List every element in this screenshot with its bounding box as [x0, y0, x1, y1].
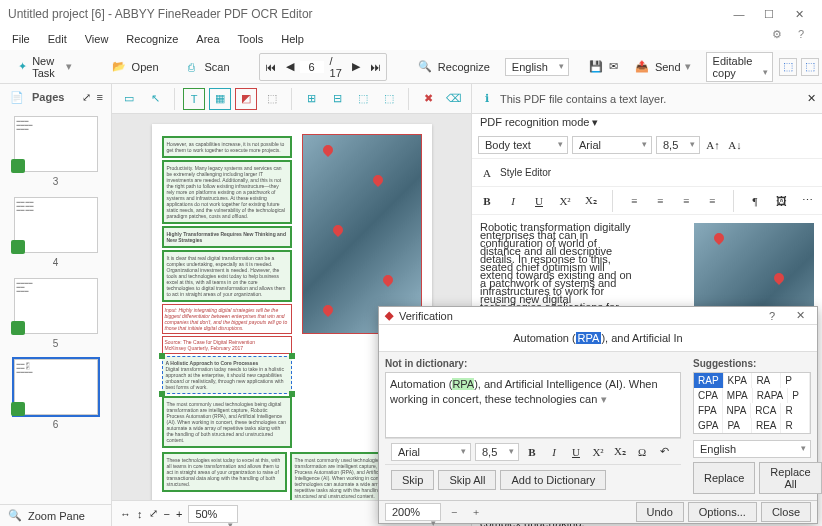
zoom-out-icon[interactable]: −	[164, 508, 170, 520]
dialog-help-icon[interactable]: ?	[761, 310, 783, 322]
split-area-icon[interactable]: ⬚	[378, 88, 400, 110]
picture-area[interactable]	[302, 134, 422, 334]
text-area[interactable]: These technologies exist today to excel …	[162, 452, 287, 492]
picture-area-tool-icon[interactable]: ◩	[235, 88, 257, 110]
subscript-button[interactable]: X₂	[611, 443, 629, 461]
bold-button[interactable]: B	[523, 443, 541, 461]
underline-button[interactable]: U	[530, 192, 548, 210]
text-area-tool-icon[interactable]: T	[183, 88, 205, 110]
close-button[interactable]: ✕	[784, 3, 814, 25]
export-icon-1[interactable]: ⬚	[779, 58, 797, 76]
zoom-select[interactable]: 50%	[188, 505, 238, 523]
page-thumb[interactable]: ▬▬▬▬▬▬▬▬▬	[14, 278, 98, 334]
menu-tools[interactable]: Tools	[230, 31, 272, 47]
style-editor-label[interactable]: Style Editor	[500, 167, 551, 178]
style-select[interactable]: Body text	[478, 136, 568, 154]
page-next-icon[interactable]: ▶	[348, 60, 364, 73]
text-area-selected[interactable]: A Holistic Approach to Core Processes Di…	[162, 356, 292, 394]
cursor-tool-icon[interactable]: ↖	[144, 88, 166, 110]
export-icon-2[interactable]: ⬚	[801, 58, 819, 76]
dialog-close-icon[interactable]: ✕	[789, 309, 811, 322]
recognize-button[interactable]: 🔍 Recognize	[407, 54, 499, 80]
page-navigator[interactable]: ⏮ ◀ / 17 ▶ ⏭	[259, 53, 387, 81]
pdf-mode-link[interactable]: PDF recognition mode	[480, 116, 589, 128]
replace-all-button[interactable]: Replace All	[759, 462, 821, 494]
pointer-tool-icon[interactable]: ▭	[118, 88, 140, 110]
zoom-in-icon[interactable]: +	[176, 508, 182, 520]
add-area-icon[interactable]: ⊞	[300, 88, 322, 110]
skip-button[interactable]: Skip	[391, 470, 434, 490]
delete-area-icon[interactable]: ✖	[417, 88, 439, 110]
menu-view[interactable]: View	[77, 31, 117, 47]
page-input[interactable]	[300, 61, 324, 73]
size-select[interactable]: 8,5	[656, 136, 700, 154]
maximize-button[interactable]: ☐	[754, 3, 784, 25]
page-last-icon[interactable]: ⏭	[366, 61, 385, 73]
text-area[interactable]: Productivity. Many legacy systems and se…	[162, 160, 292, 224]
grow-font-icon[interactable]: A↑	[704, 136, 722, 154]
table-area-tool-icon[interactable]: ▦	[209, 88, 231, 110]
mode-select[interactable]: Editable copy	[706, 52, 774, 82]
pilcrow-icon[interactable]: ¶	[746, 192, 764, 210]
style-editor-icon[interactable]: A	[478, 164, 496, 182]
help-icon[interactable]: ?	[798, 28, 814, 44]
align-center-icon[interactable]: ≡	[651, 192, 669, 210]
menu-recognize[interactable]: Recognize	[118, 31, 186, 47]
subscript-button[interactable]: X₂	[582, 192, 600, 210]
bold-button[interactable]: B	[478, 192, 496, 210]
text-area[interactable]: It is clear that real digital transforma…	[162, 250, 292, 302]
menu-edit[interactable]: Edit	[40, 31, 75, 47]
send-button[interactable]: 📤 Send ▾	[624, 54, 700, 80]
new-task-button[interactable]: ✦ New Task ▾	[8, 51, 81, 83]
close-panel-icon[interactable]: ✕	[807, 92, 816, 105]
page-first-icon[interactable]: ⏮	[261, 61, 280, 73]
underline-button[interactable]: U	[567, 443, 585, 461]
undo-format-icon[interactable]: ↶	[655, 443, 673, 461]
page-thumb[interactable]: ▬▬ ◩▬▬ ◩▬▬▬▬	[14, 359, 98, 415]
order-area-icon[interactable]: ⬚	[352, 88, 374, 110]
panel-menu-icon[interactable]: ≡	[97, 91, 103, 103]
menu-file[interactable]: File	[4, 31, 38, 47]
minimize-button[interactable]: —	[724, 3, 754, 25]
align-left-icon[interactable]: ≡	[625, 192, 643, 210]
omega-button[interactable]: Ω	[633, 443, 651, 461]
remove-area-icon[interactable]: ⊟	[326, 88, 348, 110]
scan-button[interactable]: ⎙ Scan	[174, 54, 239, 80]
align-right-icon[interactable]: ≡	[677, 192, 695, 210]
undo-button[interactable]: Undo	[636, 502, 684, 522]
replace-button[interactable]: Replace	[693, 462, 755, 494]
save-icon[interactable]: 💾	[589, 58, 603, 76]
fit-height-icon[interactable]: ↕	[137, 508, 143, 520]
language-select[interactable]: English	[505, 58, 569, 76]
verif-lang-select[interactable]: English	[693, 440, 811, 458]
add-to-dictionary-button[interactable]: Add to Dictionary	[500, 470, 606, 490]
expand-icon[interactable]: ⤢	[82, 91, 91, 104]
thumbnail-list[interactable]: ▬▬▬▬▬▬▬▬▬▬ 3 ▬▬ ▬▬▬▬ ▬▬▬▬ ▬▬ 4 ▬▬▬▬▬▬▬▬▬…	[0, 110, 111, 504]
zoom-pane-toggle[interactable]: 🔍 Zoom Pane	[0, 504, 111, 526]
text-area[interactable]: The most commonly used technologies bein…	[162, 396, 292, 448]
barcode-area-tool-icon[interactable]: ⬚	[261, 88, 283, 110]
page-prev-icon[interactable]: ◀	[282, 60, 298, 73]
align-justify-icon[interactable]: ≡	[703, 192, 721, 210]
menu-help[interactable]: Help	[273, 31, 312, 47]
text-area[interactable]: However, as capabilities increase, it is…	[162, 136, 292, 158]
verif-font-select[interactable]: Arial	[391, 443, 471, 461]
italic-button[interactable]: I	[504, 192, 522, 210]
more-format-icon[interactable]: ⋯	[798, 192, 816, 210]
options-button[interactable]: Options...	[688, 502, 757, 522]
suggestions-list[interactable]: RAPKPARAP CPAMPARAPAP FPANPARCAR GPAPARE…	[693, 372, 811, 434]
superscript-button[interactable]: X²	[589, 443, 607, 461]
fit-width-icon[interactable]: ↔	[120, 508, 131, 520]
verif-zoom-select[interactable]: 200%	[385, 503, 441, 521]
image-icon[interactable]: 🖼	[772, 192, 790, 210]
verification-edit[interactable]: Automation (RPA), and Artificial Intelli…	[385, 372, 681, 438]
zoom-out-icon[interactable]: −	[445, 503, 463, 521]
italic-button[interactable]: I	[545, 443, 563, 461]
page-thumb[interactable]: ▬▬ ▬▬▬▬ ▬▬▬▬ ▬▬	[14, 197, 98, 253]
shrink-font-icon[interactable]: A↓	[726, 136, 744, 154]
text-area[interactable]: Source: The Case for Digital Reinvention…	[162, 336, 292, 354]
open-button[interactable]: 📂 Open	[101, 54, 168, 80]
eraser-tool-icon[interactable]: ⌫	[443, 88, 465, 110]
font-select[interactable]: Arial	[572, 136, 652, 154]
verif-size-select[interactable]: 8,5	[475, 443, 519, 461]
